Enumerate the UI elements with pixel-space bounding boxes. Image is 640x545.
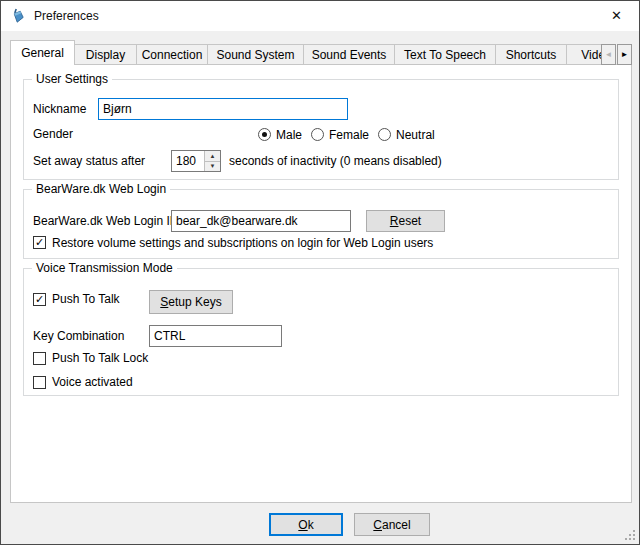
cancel-button[interactable]: Cancel (354, 513, 430, 536)
tab-connection[interactable]: Connection (137, 44, 208, 65)
voice-activated-checkbox[interactable]: ✓ (33, 376, 46, 389)
voice-activated-label[interactable]: Voice activated (52, 375, 133, 389)
titlebar: Preferences ✕ (1, 1, 639, 31)
radio-female-icon (311, 128, 324, 141)
restore-volume-checkbox[interactable]: ✓ (33, 236, 46, 249)
group-title: Voice Transmission Mode (32, 261, 177, 275)
preferences-dialog: Preferences ✕ General Display Connection… (0, 0, 640, 545)
tab-text-to-speech[interactable]: Text To Speech (395, 44, 496, 65)
window-title: Preferences (34, 9, 99, 23)
spinner-down-icon[interactable]: ▼ (205, 162, 220, 172)
nickname-label: Nickname (33, 102, 86, 116)
check-icon: ✓ (35, 294, 44, 305)
tab-bar: General Display Connection Sound System … (10, 40, 601, 65)
gender-radio-group: Male Female Neutral (258, 127, 435, 142)
key-combination-label: Key Combination (33, 329, 124, 343)
push-to-talk-checkbox[interactable]: ✓ (33, 293, 46, 306)
key-combination-input[interactable] (149, 325, 282, 347)
radio-neutral-icon (378, 128, 391, 141)
tab-sound-system[interactable]: Sound System (208, 44, 304, 65)
radio-female[interactable]: Female (311, 128, 369, 142)
away-label: Set away status after (33, 154, 145, 168)
tab-general[interactable]: General (10, 40, 75, 65)
arrow-right-icon: ► (621, 50, 629, 59)
gender-label: Gender (33, 127, 73, 141)
user-settings-group: User Settings Nickname Gender Male Femal… (23, 79, 619, 180)
push-to-talk-label[interactable]: Push To Talk (52, 292, 120, 306)
tab-video[interactable]: Video (567, 44, 601, 65)
check-icon: ✓ (35, 237, 44, 248)
group-title: User Settings (32, 72, 112, 86)
app-icon (10, 8, 26, 24)
radio-male-icon (258, 128, 271, 141)
tab-sound-events[interactable]: Sound Events (304, 44, 395, 65)
push-to-talk-lock-checkbox[interactable]: ✓ (33, 352, 46, 365)
tab-scroll-right-button[interactable]: ► (617, 44, 632, 65)
tab-scroll-left-button[interactable]: ◄ (601, 44, 616, 65)
close-icon: ✕ (611, 8, 622, 23)
voice-transmission-group: Voice Transmission Mode ✓ Push To Talk S… (23, 268, 619, 396)
tab-display[interactable]: Display (75, 44, 137, 65)
away-seconds-spinner[interactable]: 180 ▲ ▼ (171, 150, 221, 172)
arrow-left-icon: ◄ (605, 50, 613, 59)
resize-grip[interactable] (625, 530, 635, 540)
close-button[interactable]: ✕ (594, 1, 639, 30)
tab-shortcuts[interactable]: Shortcuts (496, 44, 567, 65)
group-title: BearWare.dk Web Login (32, 182, 170, 196)
away-seconds-value: 180 (172, 151, 204, 171)
ok-button[interactable]: Ok (269, 513, 343, 536)
web-login-group: BearWare.dk Web Login BearWare.dk Web Lo… (23, 189, 619, 259)
general-tab-panel: User Settings Nickname Gender Male Femal… (10, 64, 632, 503)
web-login-id-input[interactable] (171, 210, 351, 232)
radio-neutral[interactable]: Neutral (378, 128, 435, 142)
restore-volume-label[interactable]: Restore volume settings and subscription… (52, 236, 433, 250)
push-to-talk-lock-label[interactable]: Push To Talk Lock (52, 351, 148, 365)
nickname-input[interactable] (98, 98, 348, 120)
spinner-up-icon[interactable]: ▲ (205, 151, 220, 162)
setup-keys-button[interactable]: Setup Keys (149, 290, 233, 314)
web-login-id-label: BearWare.dk Web Login ID (33, 214, 178, 228)
away-suffix-label: seconds of inactivity (0 means disabled) (229, 154, 442, 168)
radio-male[interactable]: Male (258, 128, 302, 142)
reset-button[interactable]: Reset (366, 210, 445, 232)
